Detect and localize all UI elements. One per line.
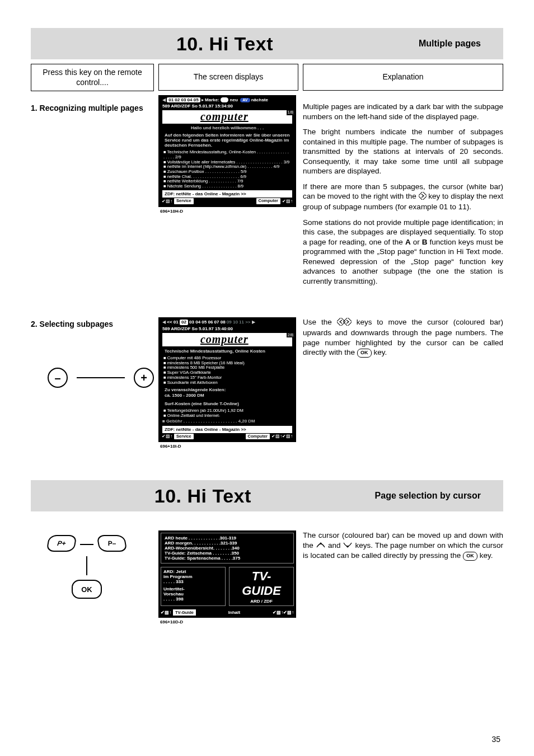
expl-p2: The bright numbers indicate the number o… (303, 127, 503, 176)
expl2-p1: Use the keys to move the cursor (coloure… (303, 317, 503, 357)
teletext-screen-1: ◀ 01 02 03 04 05 ▸ Marke: neu AV nächste… (158, 95, 296, 207)
ttx1-menu: Technische Mindestausstattung, Online-Ko… (160, 150, 294, 189)
ttx2-banner: computer (162, 333, 292, 346)
remote-minus-plus: – + (48, 368, 154, 388)
col-header-screen: The screen displays (158, 64, 298, 91)
col-header-expl: Explanation (303, 64, 503, 91)
page-number: 35 (491, 735, 500, 744)
step-2-label: 2. Selecting subpages (31, 320, 154, 328)
ttx2-caption: 696+10I-D (160, 444, 298, 449)
tvguide-screen: ARD heute . . . . . . . . . . . . .301-3… (158, 530, 296, 618)
section-subtitle-1: Multiple pages (419, 39, 503, 49)
tvguide-list: ARD heute . . . . . . . . . . . . .301-3… (161, 533, 294, 564)
cursor-up-icon (316, 541, 326, 551)
svg-rect-0 (419, 192, 427, 200)
step-1-label: 1. Recognizing multiple pages (31, 104, 154, 112)
section-subtitle-2: Page selection by cursor (375, 491, 503, 501)
p-plus-button[interactable]: P+ (46, 535, 77, 552)
plus-button[interactable]: + (134, 368, 154, 388)
ok-key-icon-2: OK (463, 552, 477, 561)
cursor-right-icon (419, 192, 427, 203)
connector-line (77, 377, 125, 378)
section-title-2: 10. Hi Text (31, 485, 375, 507)
ttx2-subpage-bar: ◀ << 01 02 03 04 05 06 07 08 09 10 11 >>… (160, 319, 294, 325)
section-header-1: 10. Hi Text Multiple pages (31, 28, 503, 59)
expl-p3: If there are more than 5 subpages, the c… (303, 182, 503, 212)
ttx1-header: 589 ARD/ZDF So 5.01.97 15:34:00 (160, 103, 294, 109)
expl3-p1: The cursor (coloured bar) can be moved u… (303, 530, 503, 560)
svg-rect-2 (343, 318, 352, 326)
expl-p4: Some stations do not provide multiple pa… (303, 218, 503, 287)
ok-key-icon: OK (357, 349, 372, 358)
ok-button[interactable]: OK (72, 580, 102, 599)
svg-rect-1 (337, 318, 345, 326)
ttx1-banner: computer (162, 110, 292, 124)
expl-p1: Multiple pages are indicated by a dark b… (303, 102, 503, 121)
p-minus-button[interactable]: P– (96, 535, 127, 552)
tvguide-box-left: ARD: Jetzt im Programm . . . . . 333 Unt… (161, 567, 226, 606)
section-title-1: 10. Hi Text (31, 33, 419, 55)
tvguide-caption: 696+10D-D (160, 619, 298, 624)
ttx1-subpage-bar: ◀ 01 02 03 04 05 ▸ Marke: neu AV nächste (160, 97, 294, 103)
cursor-down-icon (343, 541, 353, 551)
cursor-left-right-icon (337, 318, 352, 328)
tvguide-box-right: TV- GUIDE ARD / ZDF (229, 567, 294, 606)
ttx1-caption: 696+10H-D (160, 209, 298, 214)
remote-cursor-group: P+ P– OK (31, 535, 143, 599)
minus-button[interactable]: – (48, 368, 68, 388)
col-header-remote: Press this key on the remote control.... (31, 64, 154, 91)
teletext-screen-2: ◀ << 01 02 03 04 05 06 07 08 09 10 11 >>… (158, 317, 296, 442)
section-header-2: 10. Hi Text Page selection by cursor (31, 480, 503, 511)
